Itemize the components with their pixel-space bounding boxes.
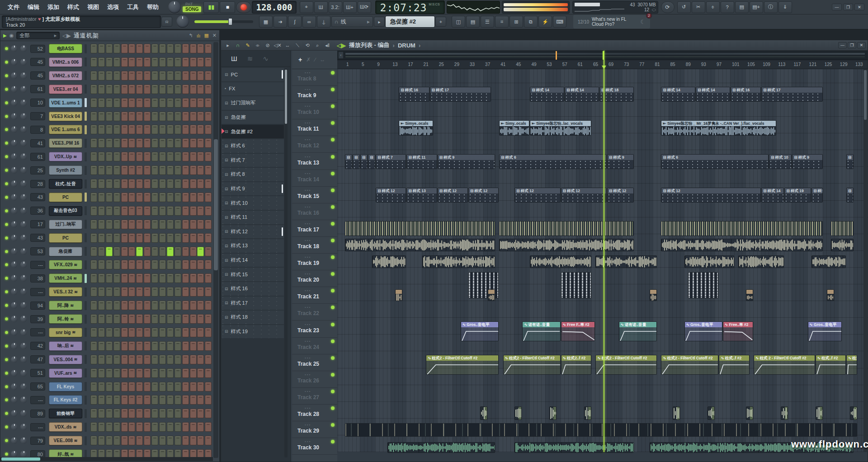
step-cell[interactable] [151, 247, 158, 256]
step-cell[interactable] [182, 138, 189, 148]
channel-pan-knob[interactable] [11, 370, 18, 377]
step-cell[interactable] [159, 71, 166, 80]
step-cell[interactable] [175, 287, 181, 297]
channel-name-button[interactable]: 急促擦 [49, 247, 82, 256]
step-cell[interactable] [136, 247, 143, 256]
step-cell[interactable] [106, 57, 113, 67]
channel-volume-knob[interactable] [20, 180, 27, 187]
step-cell[interactable] [113, 57, 120, 67]
step-cell[interactable] [175, 368, 181, 378]
channel-mute-led[interactable] [5, 331, 8, 334]
track-header[interactable]: •••Track 28 [292, 405, 337, 421]
news-banner[interactable]: 12/10 What's new in FL Cloud Pro? 2 ☾ [573, 15, 650, 28]
step-cell[interactable] [144, 355, 151, 364]
channel-name-button[interactable]: 前奏钢琴 [49, 409, 82, 418]
track-led[interactable] [331, 88, 335, 91]
graph-editor-icon[interactable]: ılı [197, 33, 201, 38]
step-cell[interactable] [90, 314, 97, 324]
step-cell[interactable] [182, 341, 189, 351]
step-cell[interactable] [106, 98, 113, 108]
channel-name-button[interactable]: VMH..24≋ [49, 273, 82, 283]
playhead-line[interactable] [604, 51, 604, 452]
pat-song-toggle[interactable]: PAT SONG [183, 2, 201, 12]
clip-dense-pattern[interactable] [345, 221, 495, 236]
step-cell[interactable] [128, 112, 135, 121]
playlist-panel-button[interactable]: ◫ [452, 16, 465, 28]
song-label[interactable]: SONG [183, 6, 201, 12]
step-cell[interactable] [121, 382, 128, 391]
channel-pan-knob[interactable] [11, 59, 18, 66]
clip-mini[interactable] [746, 289, 753, 301]
step-cell[interactable] [98, 395, 105, 405]
step-cell[interactable] [175, 179, 181, 189]
channel-mute-led[interactable] [5, 128, 8, 131]
rack-play-icon[interactable]: ▶ [3, 33, 7, 38]
step-cell[interactable] [167, 314, 174, 324]
step-cell[interactable] [106, 193, 113, 202]
step-cell[interactable] [182, 355, 189, 364]
track-led[interactable] [331, 205, 335, 209]
step-cell[interactable] [151, 71, 158, 80]
channel-pan-knob[interactable] [11, 356, 18, 363]
help-button[interactable]: ? [721, 1, 734, 13]
step-cell[interactable] [113, 314, 120, 324]
pattern-item[interactable]: ⊟PC [222, 68, 284, 81]
clip-audio[interactable]: ⇤ Simyee陈芯怡 _ Mr_16罗隽永 -..CAN Ver_).flac… [661, 120, 776, 136]
step-cell[interactable] [182, 206, 189, 216]
step-cell[interactable] [98, 44, 105, 53]
channel-pan-knob[interactable] [11, 235, 18, 241]
step-cell[interactable] [136, 409, 143, 418]
step-cell[interactable] [128, 233, 135, 243]
menu-item-0[interactable]: 文件 [5, 1, 23, 13]
step-cell[interactable] [128, 220, 135, 229]
channel-volume-knob[interactable] [20, 99, 27, 106]
close-button[interactable]: ✕ [854, 4, 864, 10]
step-cell[interactable] [98, 328, 105, 337]
step-cell[interactable] [136, 260, 143, 269]
step-cell[interactable] [205, 98, 212, 108]
step-cell[interactable] [90, 71, 97, 80]
step-cell[interactable] [90, 247, 97, 256]
step-cell[interactable] [197, 409, 204, 418]
step-cell[interactable] [121, 112, 128, 121]
step-cell[interactable] [151, 328, 158, 337]
clip-small-pair[interactable] [781, 406, 788, 420]
step-cell[interactable] [121, 328, 128, 337]
step-cell[interactable] [159, 382, 166, 391]
step-cell[interactable] [106, 44, 113, 53]
channel-name-button[interactable]: 电BASS [49, 44, 82, 53]
sync-button[interactable]: ⟳ [661, 1, 675, 13]
step-cell[interactable] [144, 409, 151, 418]
step-cell[interactable] [205, 287, 212, 297]
step-cell[interactable] [190, 98, 197, 108]
channel-pan-knob[interactable] [11, 207, 18, 214]
rack-swing-icon[interactable]: ◉ [9, 33, 14, 38]
step-cell[interactable] [190, 220, 197, 229]
restore-button[interactable]: ❐ [843, 4, 853, 10]
minimap-back-icon[interactable]: ‹ [338, 52, 344, 59]
step-cell[interactable] [175, 422, 181, 432]
channel-pan-knob[interactable] [11, 288, 18, 295]
step-cell[interactable] [197, 273, 204, 283]
clip-midi-block[interactable] [561, 272, 591, 298]
step-cell[interactable] [128, 260, 135, 269]
step-cell[interactable] [144, 152, 151, 161]
step-cell[interactable] [136, 98, 143, 108]
clip-pattern[interactable]: ⊟ 样式 9 [607, 154, 634, 169]
clip-auto[interactable]: ∿ 柱式2 - FilterCtl Cutoff #2 [595, 355, 656, 375]
channel-pan-knob[interactable] [11, 86, 18, 93]
step-cell[interactable] [98, 179, 105, 189]
step-cell[interactable] [98, 165, 105, 175]
step-cell[interactable] [175, 138, 181, 148]
step-cell[interactable] [159, 260, 166, 269]
step-cell[interactable] [190, 368, 197, 378]
step-cell[interactable] [128, 165, 135, 175]
step-cell[interactable] [167, 98, 174, 108]
track-led[interactable] [331, 71, 335, 75]
channel-target-value[interactable]: 51 [30, 369, 45, 377]
step-cell[interactable] [113, 152, 120, 161]
tempo-display[interactable]: 128.000 [252, 1, 296, 14]
step-cell[interactable] [197, 85, 204, 94]
step-cell[interactable] [136, 193, 143, 202]
clip-pattern[interactable]: ⊟ 样式 10 [769, 154, 792, 169]
